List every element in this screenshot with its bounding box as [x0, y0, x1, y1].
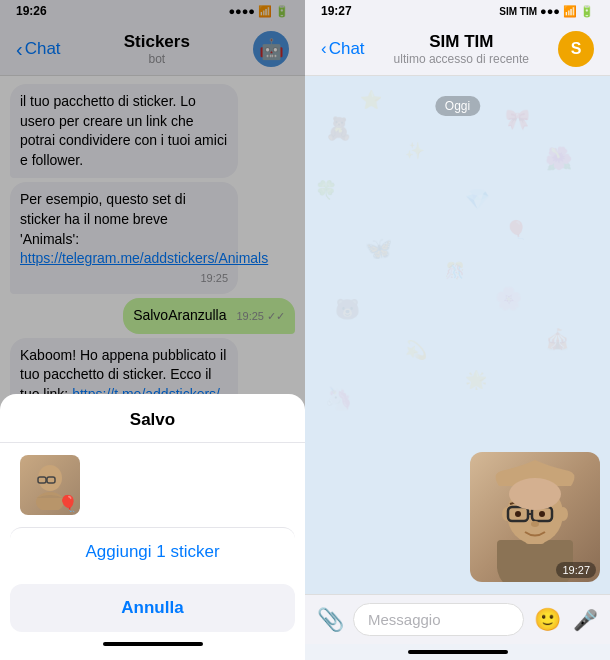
today-label: Oggi	[435, 96, 480, 116]
chat-title-right: SIM TIM ultimo accesso di recente	[365, 32, 558, 66]
time-right: 19:27	[321, 4, 352, 18]
mic-button[interactable]: 🎤	[570, 608, 600, 632]
sticker-emoji: 🎈	[58, 494, 78, 513]
carrier-right: SIM TIM	[499, 6, 537, 17]
svg-point-33	[531, 521, 539, 527]
svg-text:🎪: 🎪	[545, 327, 570, 351]
svg-text:🌸: 🌸	[495, 285, 523, 312]
svg-text:🧸: 🧸	[325, 115, 353, 142]
svg-text:🦄: 🦄	[325, 385, 353, 412]
svg-point-27	[558, 507, 568, 521]
svg-text:✨: ✨	[405, 141, 425, 160]
svg-text:💎: 💎	[465, 187, 490, 211]
svg-point-0	[38, 465, 62, 491]
svg-text:🦋: 🦋	[365, 235, 393, 262]
home-indicator-left	[103, 642, 203, 646]
svg-text:🌟: 🌟	[465, 369, 488, 391]
message-input-right[interactable]: Messaggio	[353, 603, 524, 636]
chat-avatar-right[interactable]: S	[558, 31, 594, 67]
sticker-message-right: 19:27	[470, 452, 600, 582]
avatar-letter-right: S	[571, 40, 582, 58]
input-bar-right: 📎 Messaggio 🙂 🎤	[305, 594, 610, 644]
bottom-sheet-overlay: Salvo	[0, 0, 305, 660]
chat-name-right: SIM TIM	[365, 32, 558, 52]
attach-button[interactable]: 📎	[315, 607, 345, 633]
svg-text:⭐: ⭐	[360, 89, 383, 111]
battery-icon-right: 🔋	[580, 5, 594, 18]
bottom-sheet: Salvo	[0, 394, 305, 660]
left-panel: 19:26 ●●●● 📶 🔋 ‹ Chat Stickers bot 🤖 il …	[0, 0, 305, 660]
signal-icon-right: ●●●	[540, 5, 560, 17]
svg-text:💫: 💫	[405, 339, 428, 361]
sticker-thumbnail: 🎈	[20, 455, 80, 515]
svg-text:🎊: 🎊	[445, 261, 465, 280]
svg-text:🐻: 🐻	[335, 297, 360, 321]
message-placeholder: Messaggio	[368, 611, 441, 628]
back-label-right: Chat	[329, 39, 365, 59]
svg-text:🎈: 🎈	[505, 219, 528, 241]
wifi-icon-right: 📶	[563, 5, 577, 18]
sticker-preview-row: 🎈	[0, 443, 305, 527]
emoji-button[interactable]: 🙂	[532, 607, 562, 633]
svg-text:🍀: 🍀	[315, 179, 338, 201]
right-panel: 19:27 SIM TIM ●●● 📶 🔋 ‹ Chat SIM TIM ult…	[305, 0, 610, 660]
sheet-title: Salvo	[0, 394, 305, 443]
svg-point-32	[539, 511, 545, 517]
right-chat-area: 🧸 ⭐ 🎀 🌺 🍀 💎 🦋 🎈 🐻 🌸 💫 🎪 🦄 🌟 ✨ 🎊 Oggi	[305, 76, 610, 594]
svg-point-31	[515, 511, 521, 517]
signal-icons-right: SIM TIM ●●● 📶 🔋	[499, 5, 594, 18]
cancel-button[interactable]: Annulla	[10, 584, 295, 632]
right-header: ‹ Chat SIM TIM ultimo accesso di recente…	[305, 20, 610, 76]
chat-subtitle-right: ultimo accesso di recente	[365, 52, 558, 66]
svg-text:🎀: 🎀	[505, 107, 530, 131]
svg-point-34	[509, 478, 561, 510]
chevron-right-icon: ‹	[321, 39, 327, 59]
sticker-time-right: 19:27	[556, 562, 596, 578]
back-button-right[interactable]: ‹ Chat	[321, 39, 365, 59]
svg-text:🌺: 🌺	[545, 145, 573, 172]
status-bar-right: 19:27 SIM TIM ●●● 📶 🔋	[305, 0, 610, 20]
home-indicator-right	[408, 650, 508, 654]
add-sticker-button[interactable]: Aggiungi 1 sticker	[10, 527, 295, 576]
